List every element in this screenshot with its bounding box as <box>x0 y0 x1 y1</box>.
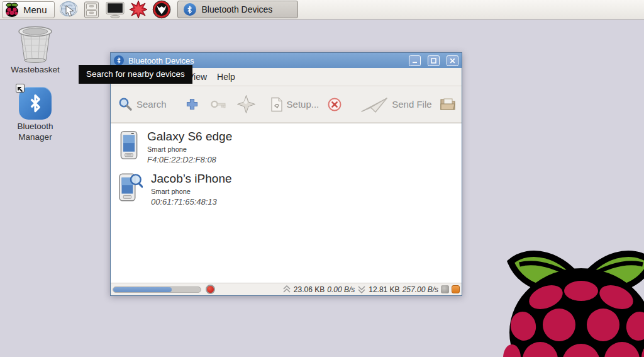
desktop-icon-label: Wastebasket <box>4 65 66 76</box>
device-row[interactable]: Galaxy S6 edge Smart phone F4:0E:22:D2:F… <box>111 123 462 166</box>
desktop-icon-wastebasket[interactable]: Wastebasket <box>4 25 66 76</box>
download-total: 12.81 KB <box>369 285 399 294</box>
taskbar: Menu <box>0 0 644 20</box>
web-browser-icon <box>60 1 77 18</box>
setup-button[interactable]: Setup... <box>270 97 319 112</box>
setup-button-label: Setup... <box>287 99 319 110</box>
smartphone-search-icon <box>119 173 143 202</box>
connection-status-icon[interactable] <box>441 285 449 293</box>
add-device-button[interactable] <box>186 98 199 111</box>
bluetooth-manager-icon <box>19 87 52 120</box>
menu-help[interactable]: Help <box>212 72 240 82</box>
bluetooth-devices-window: Bluetooth Devices View Help Search <box>110 52 462 296</box>
key-icon <box>210 99 227 110</box>
search-button-label: Search <box>136 99 167 110</box>
device-list: Galaxy S6 edge Smart phone F4:0E:22:D2:F… <box>111 123 462 283</box>
raspberry-menu-icon <box>5 2 19 17</box>
mathematica-icon <box>129 0 148 19</box>
search-button[interactable]: Search <box>118 97 167 111</box>
remove-button[interactable] <box>328 98 341 111</box>
taskbar-window-button-label: Bluetooth Devices <box>202 4 273 14</box>
pair-button[interactable] <box>210 99 227 110</box>
discovery-progress-bar <box>113 286 201 293</box>
remove-icon <box>328 98 341 111</box>
device-name: Jacob’s iPhone <box>151 173 232 186</box>
search-icon <box>118 97 133 111</box>
smartphone-icon <box>119 130 139 160</box>
device-address: F4:0E:22:D2:F8:08 <box>147 155 232 164</box>
plugins-status-icon[interactable] <box>452 285 460 293</box>
minimize-button[interactable] <box>409 55 421 66</box>
desktop-icon-bluetooth-manager[interactable]: Bluetooth Manager <box>4 87 66 143</box>
shortcut-arrow-icon <box>16 84 25 93</box>
launcher-file-manager[interactable] <box>82 1 101 18</box>
search-tooltip: Search for nearby devices <box>79 65 192 84</box>
close-button[interactable] <box>447 55 458 66</box>
browse-files-button[interactable] <box>440 97 456 111</box>
maximize-button[interactable] <box>428 55 440 66</box>
bluetooth-icon <box>184 3 196 16</box>
toolbar: Search <box>111 86 462 123</box>
menu-button[interactable]: Menu <box>2 1 55 18</box>
launcher-mathematica[interactable] <box>129 1 148 18</box>
send-file-button-label: Send File <box>392 99 431 110</box>
statusbar: 23.06 KB 0.00 B/s 12.81 KB 257.00 B/s <box>111 283 462 295</box>
desktop-icon-label: Bluetooth Manager <box>4 122 66 143</box>
launcher-web-browser[interactable] <box>59 1 78 18</box>
setup-document-icon <box>270 97 283 112</box>
upload-icon <box>282 285 291 294</box>
launcher-wolfram[interactable] <box>152 1 171 18</box>
stop-discovery-button[interactable] <box>206 285 215 294</box>
raspberry-pi-logo <box>502 230 644 357</box>
trust-button[interactable] <box>237 95 255 113</box>
download-rate: 257.00 B/s <box>402 285 438 294</box>
menu-button-label: Menu <box>23 4 47 15</box>
terminal-icon <box>106 1 125 18</box>
paper-plane-icon <box>360 96 388 113</box>
upload-rate: 0.00 B/s <box>327 285 355 294</box>
download-icon <box>357 285 366 294</box>
upload-total: 23.06 KB <box>294 285 325 294</box>
window-title: Bluetooth Devices <box>128 56 402 65</box>
browse-folder-icon <box>440 97 456 111</box>
window-bluetooth-icon <box>114 55 124 65</box>
device-type: Smart phone <box>147 145 232 153</box>
device-row[interactable]: Jacob’s iPhone Smart phone 00:61:71:65:4… <box>111 166 462 208</box>
wastebasket-icon <box>14 25 56 63</box>
file-manager-icon <box>84 1 99 18</box>
trust-star-icon <box>237 95 255 113</box>
taskbar-window-button[interactable]: Bluetooth Devices <box>177 1 298 18</box>
discovery-progress-fill <box>113 287 172 292</box>
device-address: 00:61:71:65:48:13 <box>151 197 232 207</box>
send-file-button[interactable]: Send File <box>360 96 431 113</box>
device-name: Galaxy S6 edge <box>147 130 232 144</box>
device-type: Smart phone <box>151 188 232 195</box>
launcher-terminal[interactable] <box>106 1 125 18</box>
plus-icon <box>186 98 199 111</box>
wolfram-icon <box>152 0 171 19</box>
